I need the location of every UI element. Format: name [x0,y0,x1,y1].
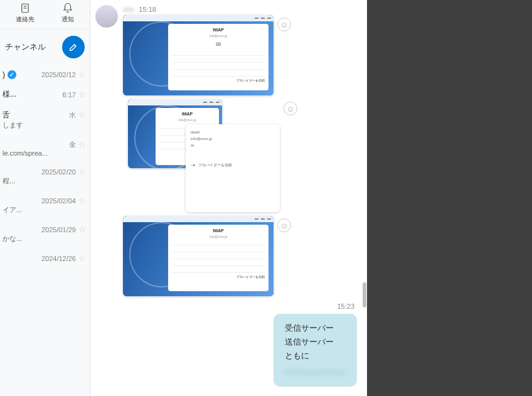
right-panel [367,0,532,396]
star-icon[interactable]: ☆ [78,225,86,234]
dialog-subtitle: info@xxxx.jp [159,118,215,122]
attached-image[interactable]: IMAP info@xxxx.jp プロバイダーを信頼 [123,216,274,296]
dialog-title: IMAP [172,228,265,233]
sent-line-blurred: xxxxxxxxxxxxxxx [285,365,346,379]
dialog-subtitle: info@xxxx.jp [172,235,265,238]
message-received[interactable]: IMAP info@xxxx.jp IMAP info@xxxx.jp ✉ ○●… [95,99,362,212]
dialog-subtitle: info@xxxx.jp [191,137,275,141]
conv-subtitle: 程... [3,176,86,186]
nav-label: 通知 [61,15,74,24]
bell-icon [62,3,73,14]
message-received[interactable]: ww 15:18 IMAP info@xxxx.jp ✉ プロバイダーを信頼 [95,5,362,95]
conv-meta: 6:17 [63,91,76,99]
conv-subtitle: します [3,120,86,130]
nav-label: 連絡先 [16,15,35,24]
mail-icon: ✉ [172,41,265,48]
attached-image[interactable]: IMAP info@xxxx.jp ✉ ○● プロバイダーを信頼 [186,124,280,212]
sidebar: 連絡先 通知 チャンネル )2025/02/12☆様...6:17☆舌水☆します… [0,0,90,396]
dialog-subtitle: info@xxxx.jp [172,34,265,38]
contacts-icon [19,3,31,14]
sent-line: ともに [285,349,346,363]
dialog-title: IMAP [159,112,215,116]
conv-meta: 2025/01/29 [41,226,76,233]
dialog-title: IMAP [172,28,265,32]
react-button[interactable]: ☺ [277,218,291,232]
attached-image-group[interactable]: IMAP info@xxxx.jp IMAP info@xxxx.jp ✉ ○●… [123,99,280,212]
conv-subtitle: イア... [3,205,86,215]
chat-area: ww 15:18 IMAP info@xxxx.jp ✉ プロバイダーを信頼 [90,0,367,396]
conversation-item[interactable]: 2025/01/29☆かな... [0,220,90,249]
message-header: ww 15:18 [123,5,291,14]
chat-scrollbar[interactable] [362,0,367,396]
image-attachment[interactable]: IMAP info@xxxx.jp IMAP info@xxxx.jp ✉ ○●… [123,99,297,212]
conversation-item[interactable]: 2025/02/04☆イア... [0,191,90,220]
message-sent[interactable]: 受信サーバー 送信サーバー ともに xxxxxxxxxxxxxxx [95,314,362,387]
channel-row: チャンネル [0,29,90,65]
sent-line: 受信サーバー [285,321,346,335]
nav-contacts[interactable]: 連絡先 [16,3,35,24]
nav-notify[interactable]: 通知 [61,3,74,24]
star-icon[interactable]: ☆ [78,110,86,120]
avatar[interactable] [95,5,118,28]
conversation-item[interactable]: )2025/02/12☆ [0,65,90,84]
star-icon[interactable]: ☆ [78,90,86,99]
conv-name: 舌 [3,110,10,120]
attached-image[interactable]: IMAP info@xxxx.jp ✉ プロバイダーを信頼 [123,15,274,95]
sidebar-top-nav: 連絡先 通知 [0,0,90,29]
sent-bubble[interactable]: 受信サーバー 送信サーバー ともに xxxxxxxxxxxxxxx [274,314,358,387]
conv-subtitle: かな... [3,234,86,243]
star-icon[interactable]: ☆ [78,167,86,176]
sent-line: 送信サーバー [285,335,346,349]
channel-label: チャンネル [5,41,46,53]
star-icon[interactable]: ☆ [78,254,86,263]
chat-body: ww 15:18 IMAP info@xxxx.jp ✉ プロバイダーを信頼 [90,0,367,396]
conv-meta: 2025/02/20 [41,168,76,176]
conversation-item[interactable]: 金☆le.com/sprea... [0,135,90,162]
conversation-list: )2025/02/12☆様...6:17☆舌水☆します金☆le.com/spre… [0,65,90,396]
conv-meta: 2025/02/12 [41,71,76,78]
conversation-item[interactable]: 2024/12/26☆ [0,249,90,268]
react-button[interactable]: ☺ [277,18,291,31]
star-icon[interactable]: ☆ [78,196,86,205]
react-button[interactable]: ☺ [284,102,297,115]
compose-icon [68,42,78,52]
compose-button[interactable] [62,36,85,58]
scrollbar-thumb[interactable] [363,282,366,308]
sender-name: ww [123,5,134,14]
conv-name: ) [3,70,5,79]
image-attachment[interactable]: IMAP info@xxxx.jp ✉ プロバイダーを信頼 ☺ [123,15,291,95]
mail-icon: ✉ [191,143,275,147]
conv-subtitle: le.com/sprea... [3,149,86,157]
conversation-item[interactable]: 2025/02/20☆程... [0,162,90,191]
star-icon[interactable]: ☆ [78,70,86,79]
conversation-item[interactable]: 舌水☆します [0,105,90,135]
image-attachment[interactable]: IMAP info@xxxx.jp プロバイダーを信頼 ☺ [123,216,291,296]
verified-badge-icon [8,70,16,79]
conv-meta: 2024/12/26 [41,255,76,262]
dialog-title: IMAP [191,131,275,134]
message-time: 15:18 [139,6,156,13]
conv-meta: 金 [69,140,76,149]
sent-timestamp: 15:23 [95,299,362,311]
conv-meta: 2025/02/04 [41,197,76,205]
conv-meta: 水 [69,110,76,120]
star-icon[interactable]: ☆ [78,140,86,149]
message-received[interactable]: IMAP info@xxxx.jp プロバイダーを信頼 ☺ [95,216,362,296]
conv-name: 様... [3,89,16,100]
conversation-item[interactable]: 様...6:17☆ [0,84,90,105]
